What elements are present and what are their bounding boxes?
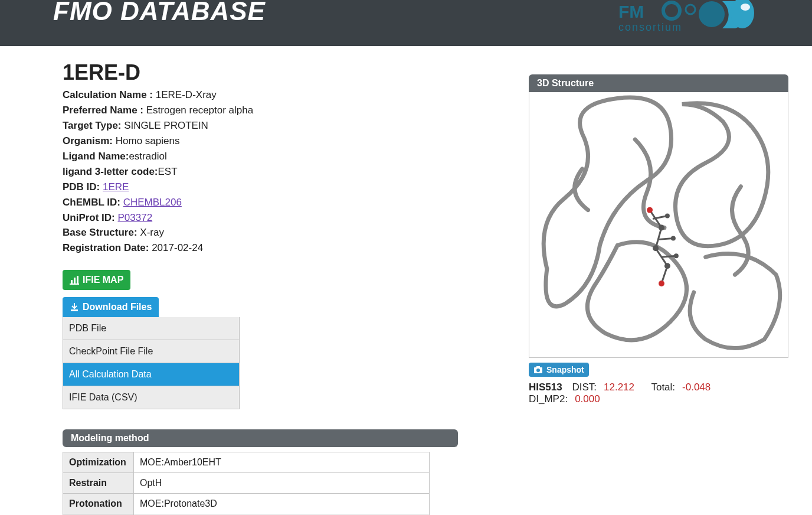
top-bar: FMO DATABASE FM consortium (0, 0, 812, 46)
svg-rect-9 (77, 276, 78, 283)
download-list: PDB File CheckPoint File File All Calcul… (63, 317, 240, 409)
label-ligand-name: Ligand Name: (63, 151, 129, 162)
svg-point-4 (699, 1, 725, 27)
val-protonation: MOE:Protonate3D (134, 494, 430, 514)
modeling-method-header: Modeling method (63, 429, 458, 447)
link-chembl-id[interactable]: CHEMBL206 (123, 197, 182, 208)
download-item-pdb[interactable]: PDB File (63, 317, 239, 340)
value-target-type: SINGLE PROTEIN (124, 120, 208, 131)
svg-rect-7 (71, 280, 73, 283)
label-reg-date: Registration Date: (63, 242, 149, 253)
ifie-map-button[interactable]: IFIE MAP (63, 270, 130, 290)
label-organism: Organism: (63, 135, 113, 146)
value-ligand-code: EST (158, 166, 178, 177)
link-pdb-id[interactable]: 1ERE (103, 181, 129, 193)
value-pref-name: Estrogen receptor alpha (146, 105, 253, 116)
3d-structure-header: 3D Structure (529, 74, 788, 92)
download-panel: Download Files PDB File CheckPoint File … (63, 297, 240, 409)
value-ligand-name: estradiol (129, 151, 166, 162)
label-ligand-code: ligand 3-letter code: (63, 166, 158, 177)
svg-point-1 (663, 2, 680, 19)
entry-title: 1ERE-D (63, 60, 458, 85)
viewer-stats: HIS513 DIST:12.212 Total:-0.048 DI_MP2:0… (529, 382, 788, 405)
snapshot-label: Snapshot (546, 365, 584, 374)
svg-point-24 (665, 214, 670, 219)
key-protonation: Protonation (63, 494, 134, 514)
site-title: FMO DATABASE (53, 0, 266, 26)
svg-point-19 (647, 207, 653, 213)
label-base-struct: Base Structure: (63, 227, 137, 238)
label-target-type: Target Type: (63, 120, 122, 131)
value-reg-date: 2017-02-24 (152, 242, 203, 253)
camera-icon (533, 365, 543, 374)
bar-chart-icon (70, 275, 79, 285)
stat-dist-label: DIST: (572, 382, 597, 393)
key-optimization: Optimization (63, 452, 134, 473)
svg-rect-8 (74, 278, 76, 283)
value-organism: Homo sapiens (116, 135, 180, 146)
value-calc-name: 1ERE-D-Xray (156, 89, 217, 100)
val-optimization: MOE:Amber10EHT (134, 452, 430, 473)
stat-residue: HIS513 (529, 382, 562, 393)
download-files-label: Download Files (83, 302, 152, 312)
site-logo: FM consortium (617, 0, 759, 38)
svg-text:FM: FM (618, 2, 644, 21)
download-icon (70, 302, 79, 312)
svg-point-25 (671, 236, 676, 240)
table-row: RestrainOptH (63, 473, 430, 494)
stat-dimp2-label: DI_MP2: (529, 393, 568, 405)
label-uniprot-id: UniProt ID: (63, 212, 115, 223)
label-pdb-id: PDB ID: (63, 181, 100, 193)
svg-point-23 (659, 281, 664, 286)
key-restrain: Restrain (63, 473, 134, 494)
svg-point-29 (536, 369, 540, 372)
modeling-method-table: OptimizationMOE:Amber10EHT RestrainOptH … (63, 452, 430, 515)
svg-rect-28 (536, 366, 540, 368)
download-files-button[interactable]: Download Files (63, 297, 159, 317)
svg-point-6 (741, 4, 750, 11)
download-item-checkpoint[interactable]: CheckPoint File File (63, 340, 239, 363)
table-row: ProtonationMOE:Protonate3D (63, 494, 430, 514)
3d-viewer[interactable] (529, 92, 788, 358)
label-pref-name: Preferred Name : (63, 105, 143, 116)
svg-point-22 (664, 263, 670, 269)
ifie-map-label: IFIE MAP (83, 275, 123, 285)
stat-total-label: Total: (651, 382, 675, 393)
label-chembl-id: ChEMBL ID: (63, 197, 120, 208)
download-item-all[interactable]: All Calculation Data (63, 363, 239, 386)
snapshot-button[interactable]: Snapshot (529, 363, 589, 377)
svg-text:consortium: consortium (618, 21, 682, 33)
label-calc-name: Calculation Name : (63, 89, 153, 100)
link-uniprot-id[interactable]: P03372 (118, 212, 153, 223)
svg-line-13 (656, 227, 662, 248)
svg-point-2 (686, 5, 695, 14)
stat-dist-value: 12.212 (604, 382, 634, 393)
download-item-ifie-csv[interactable]: IFIE Data (CSV) (63, 386, 239, 409)
val-restrain: OptH (134, 473, 430, 494)
svg-point-26 (674, 253, 679, 258)
table-row: OptimizationMOE:Amber10EHT (63, 452, 430, 473)
svg-point-21 (653, 245, 659, 251)
stat-total-value: -0.048 (682, 382, 711, 393)
stat-dimp2-value: 0.000 (575, 393, 600, 405)
svg-point-20 (659, 225, 664, 231)
svg-rect-11 (71, 309, 78, 311)
svg-rect-10 (70, 283, 79, 285)
value-base-struct: X-ray (140, 227, 164, 238)
entry-metadata: Calculation Name : 1ERE-D-Xray Preferred… (63, 89, 458, 255)
